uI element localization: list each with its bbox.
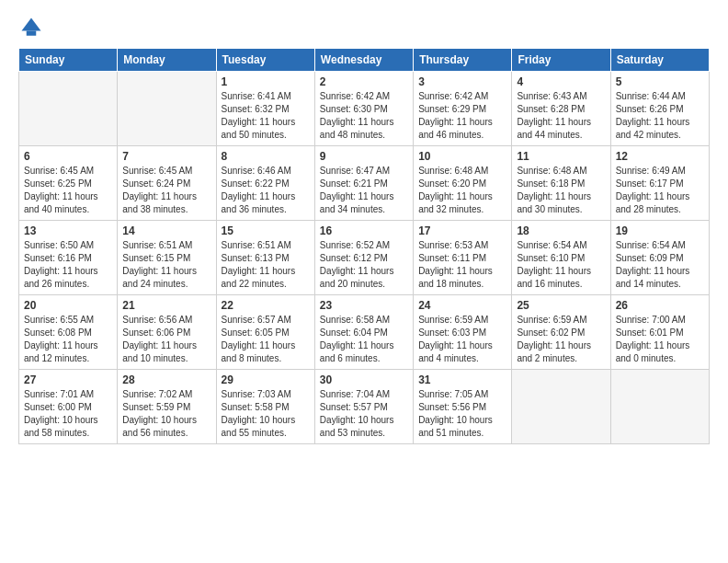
day-cell: 24Sunrise: 6:59 AMSunset: 6:03 PMDayligh… xyxy=(414,295,512,370)
day-info: Sunrise: 6:48 AMSunset: 6:20 PMDaylight:… xyxy=(418,165,506,216)
weekday-header-saturday: Saturday xyxy=(610,49,709,72)
day-cell: 3Sunrise: 6:42 AMSunset: 6:29 PMDaylight… xyxy=(414,72,512,146)
day-cell: 23Sunrise: 6:58 AMSunset: 6:04 PMDayligh… xyxy=(314,295,413,370)
day-info: Sunrise: 6:52 AMSunset: 6:12 PMDaylight:… xyxy=(320,239,408,291)
day-number: 3 xyxy=(418,75,506,88)
day-cell: 18Sunrise: 6:54 AMSunset: 6:10 PMDayligh… xyxy=(512,221,610,295)
day-number: 7 xyxy=(122,150,210,163)
day-number: 13 xyxy=(24,224,112,237)
day-number: 11 xyxy=(517,150,605,163)
day-cell xyxy=(19,72,118,146)
day-info: Sunrise: 6:56 AMSunset: 6:06 PMDaylight:… xyxy=(122,314,210,365)
day-info: Sunrise: 6:47 AMSunset: 6:21 PMDaylight:… xyxy=(320,165,408,216)
day-number: 1 xyxy=(222,75,310,88)
header xyxy=(18,15,710,40)
day-number: 18 xyxy=(517,224,605,237)
day-cell: 10Sunrise: 6:48 AMSunset: 6:20 PMDayligh… xyxy=(414,146,512,221)
day-number: 26 xyxy=(616,299,704,312)
weekday-header-monday: Monday xyxy=(118,49,216,72)
day-info: Sunrise: 6:53 AMSunset: 6:11 PMDaylight:… xyxy=(418,239,506,291)
day-cell: 26Sunrise: 7:00 AMSunset: 6:01 PMDayligh… xyxy=(610,295,709,370)
day-cell: 8Sunrise: 6:46 AMSunset: 6:22 PMDaylight… xyxy=(216,146,314,221)
day-number: 16 xyxy=(320,224,408,237)
day-info: Sunrise: 6:54 AMSunset: 6:09 PMDaylight:… xyxy=(616,239,704,291)
day-number: 2 xyxy=(320,75,408,88)
week-row-4: 20Sunrise: 6:55 AMSunset: 6:08 PMDayligh… xyxy=(19,295,710,370)
day-info: Sunrise: 6:49 AMSunset: 6:17 PMDaylight:… xyxy=(616,165,704,216)
logo-icon xyxy=(18,15,44,40)
page: SundayMondayTuesdayWednesdayThursdayFrid… xyxy=(0,0,728,563)
day-cell: 14Sunrise: 6:51 AMSunset: 6:15 PMDayligh… xyxy=(118,221,216,295)
weekday-header-wednesday: Wednesday xyxy=(314,49,413,72)
day-cell: 21Sunrise: 6:56 AMSunset: 6:06 PMDayligh… xyxy=(118,295,216,370)
day-cell: 27Sunrise: 7:01 AMSunset: 6:00 PMDayligh… xyxy=(19,370,118,444)
day-info: Sunrise: 6:44 AMSunset: 6:26 PMDaylight:… xyxy=(616,90,704,142)
day-cell: 5Sunrise: 6:44 AMSunset: 6:26 PMDaylight… xyxy=(610,72,709,146)
day-info: Sunrise: 6:46 AMSunset: 6:22 PMDaylight:… xyxy=(222,165,310,216)
day-number: 12 xyxy=(616,150,704,163)
day-cell xyxy=(512,370,610,444)
day-info: Sunrise: 6:42 AMSunset: 6:29 PMDaylight:… xyxy=(418,90,506,142)
weekday-header-row: SundayMondayTuesdayWednesdayThursdayFrid… xyxy=(19,49,710,72)
day-number: 9 xyxy=(320,150,408,163)
day-cell: 15Sunrise: 6:51 AMSunset: 6:13 PMDayligh… xyxy=(216,221,314,295)
day-cell: 13Sunrise: 6:50 AMSunset: 6:16 PMDayligh… xyxy=(19,221,118,295)
day-info: Sunrise: 6:42 AMSunset: 6:30 PMDaylight:… xyxy=(320,90,408,142)
day-cell: 6Sunrise: 6:45 AMSunset: 6:25 PMDaylight… xyxy=(19,146,118,221)
weekday-header-sunday: Sunday xyxy=(19,49,118,72)
day-cell: 12Sunrise: 6:49 AMSunset: 6:17 PMDayligh… xyxy=(610,146,709,221)
day-number: 27 xyxy=(24,373,112,386)
day-info: Sunrise: 6:57 AMSunset: 6:05 PMDaylight:… xyxy=(222,314,310,365)
day-number: 30 xyxy=(320,373,408,386)
day-cell: 11Sunrise: 6:48 AMSunset: 6:18 PMDayligh… xyxy=(512,146,610,221)
day-info: Sunrise: 6:55 AMSunset: 6:08 PMDaylight:… xyxy=(24,314,112,365)
day-info: Sunrise: 6:51 AMSunset: 6:15 PMDaylight:… xyxy=(122,239,210,291)
day-cell: 17Sunrise: 6:53 AMSunset: 6:11 PMDayligh… xyxy=(414,221,512,295)
day-cell: 20Sunrise: 6:55 AMSunset: 6:08 PMDayligh… xyxy=(19,295,118,370)
day-cell: 29Sunrise: 7:03 AMSunset: 5:58 PMDayligh… xyxy=(216,370,314,444)
week-row-5: 27Sunrise: 7:01 AMSunset: 6:00 PMDayligh… xyxy=(19,370,710,444)
day-number: 23 xyxy=(320,299,408,312)
week-row-3: 13Sunrise: 6:50 AMSunset: 6:16 PMDayligh… xyxy=(19,221,710,295)
day-number: 8 xyxy=(222,150,310,163)
day-info: Sunrise: 6:58 AMSunset: 6:04 PMDaylight:… xyxy=(320,314,408,365)
day-cell: 25Sunrise: 6:59 AMSunset: 6:02 PMDayligh… xyxy=(512,295,610,370)
day-cell: 19Sunrise: 6:54 AMSunset: 6:09 PMDayligh… xyxy=(610,221,709,295)
day-cell: 9Sunrise: 6:47 AMSunset: 6:21 PMDaylight… xyxy=(314,146,413,221)
day-info: Sunrise: 7:00 AMSunset: 6:01 PMDaylight:… xyxy=(616,314,704,365)
day-number: 14 xyxy=(122,224,210,237)
logo xyxy=(18,15,48,40)
weekday-header-thursday: Thursday xyxy=(414,49,512,72)
day-cell: 2Sunrise: 6:42 AMSunset: 6:30 PMDaylight… xyxy=(314,72,413,146)
day-info: Sunrise: 6:45 AMSunset: 6:24 PMDaylight:… xyxy=(122,165,210,216)
day-cell: 22Sunrise: 6:57 AMSunset: 6:05 PMDayligh… xyxy=(216,295,314,370)
day-number: 15 xyxy=(222,224,310,237)
day-info: Sunrise: 7:04 AMSunset: 5:57 PMDaylight:… xyxy=(320,388,408,440)
day-number: 5 xyxy=(616,75,704,88)
day-info: Sunrise: 6:54 AMSunset: 6:10 PMDaylight:… xyxy=(517,239,605,291)
weekday-header-friday: Friday xyxy=(512,49,610,72)
day-number: 25 xyxy=(517,299,605,312)
day-info: Sunrise: 7:05 AMSunset: 5:56 PMDaylight:… xyxy=(418,388,506,440)
day-info: Sunrise: 7:01 AMSunset: 6:00 PMDaylight:… xyxy=(24,388,112,440)
day-cell: 1Sunrise: 6:41 AMSunset: 6:32 PMDaylight… xyxy=(216,72,314,146)
day-cell: 7Sunrise: 6:45 AMSunset: 6:24 PMDaylight… xyxy=(118,146,216,221)
day-number: 4 xyxy=(517,75,605,88)
day-number: 19 xyxy=(616,224,704,237)
day-info: Sunrise: 6:51 AMSunset: 6:13 PMDaylight:… xyxy=(222,239,310,291)
svg-rect-1 xyxy=(27,31,37,36)
svg-marker-0 xyxy=(22,18,41,31)
day-info: Sunrise: 6:59 AMSunset: 6:02 PMDaylight:… xyxy=(517,314,605,365)
day-info: Sunrise: 7:03 AMSunset: 5:58 PMDaylight:… xyxy=(222,388,310,440)
day-info: Sunrise: 6:50 AMSunset: 6:16 PMDaylight:… xyxy=(24,239,112,291)
day-info: Sunrise: 6:43 AMSunset: 6:28 PMDaylight:… xyxy=(517,90,605,142)
day-number: 17 xyxy=(418,224,506,237)
day-number: 21 xyxy=(122,299,210,312)
day-number: 28 xyxy=(122,373,210,386)
day-number: 20 xyxy=(24,299,112,312)
day-number: 29 xyxy=(222,373,310,386)
day-info: Sunrise: 6:45 AMSunset: 6:25 PMDaylight:… xyxy=(24,165,112,216)
day-number: 24 xyxy=(418,299,506,312)
day-cell: 4Sunrise: 6:43 AMSunset: 6:28 PMDaylight… xyxy=(512,72,610,146)
day-number: 22 xyxy=(222,299,310,312)
